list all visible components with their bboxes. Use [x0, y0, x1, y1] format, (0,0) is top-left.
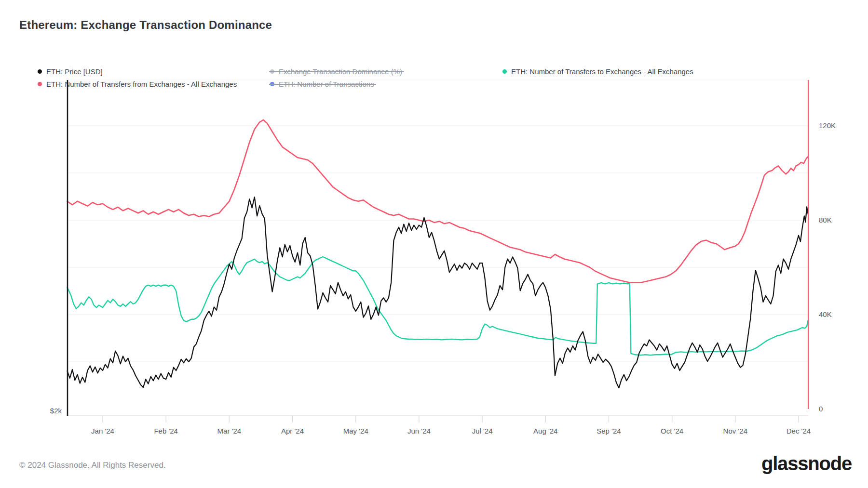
x-axis-tick-label: Oct '24: [661, 427, 683, 435]
transfers-axis-tick-label: 120K: [819, 121, 836, 130]
x-axis-tick-label: Jan '24: [91, 427, 114, 435]
x-axis-tick-label: Jul '24: [472, 427, 493, 435]
transfers-axis-tick-label: 40K: [819, 310, 832, 319]
x-axis-tick-label: Apr '24: [281, 427, 304, 435]
x-axis-tick-label: Nov '24: [723, 427, 747, 435]
copyright-text: © 2024 Glassnode. All Rights Reserved.: [19, 461, 166, 470]
price-axis-label: $2k: [38, 407, 62, 415]
glassnode-logo: glassnode: [761, 453, 852, 475]
x-axis-tick-label: Aug '24: [533, 427, 557, 435]
x-axis-tick-label: May '24: [343, 427, 368, 435]
transfers-axis-tick-label: 80K: [819, 216, 832, 224]
x-axis-tick-label: Mar '24: [217, 427, 242, 435]
transfers-axis-tick-label: 0: [819, 405, 823, 413]
x-axis-tick-label: Sep '24: [597, 427, 621, 435]
x-axis-tick-label: Dec '24: [787, 427, 811, 435]
x-axis-tick-label: Feb '24: [154, 427, 178, 435]
chart-plot-area[interactable]: [0, 0, 868, 488]
x-axis-tick-label: Jun '24: [407, 427, 431, 435]
